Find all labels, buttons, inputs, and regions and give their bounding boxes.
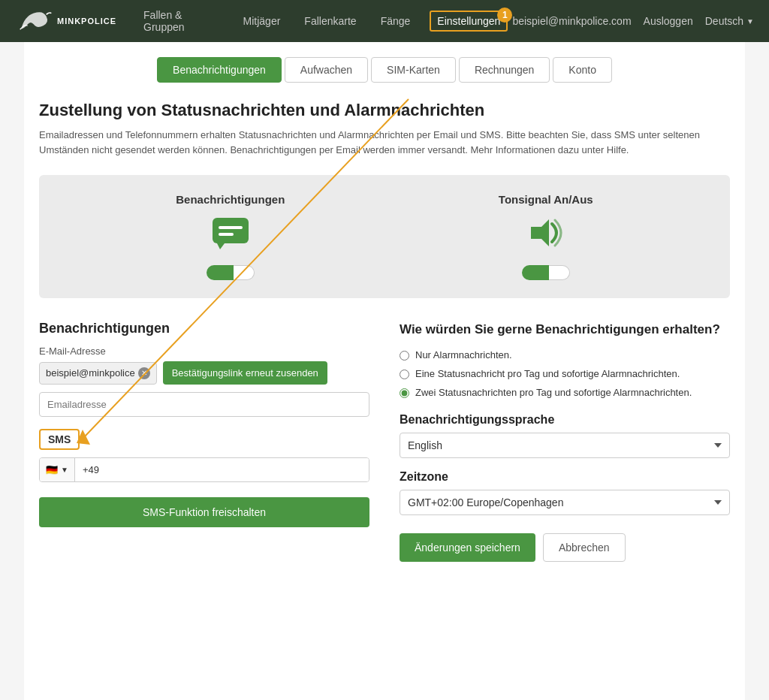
toggle-sound-on-part[interactable] [522, 265, 549, 280]
existing-email-text: beispiel@minkpolice [46, 367, 135, 379]
right-column: Wie würden Sie gerne Benachrichtigungen … [400, 321, 730, 562]
logo: MINKPOLICE [15, 6, 116, 36]
preferences-question: Wie würden Sie gerne Benachrichtigungen … [400, 321, 730, 339]
radio-option-2[interactable]: Eine Statusnachricht pro Tag und soforti… [400, 368, 730, 379]
tab-benachrichtigungen[interactable]: Benachrichtigungen [157, 57, 282, 83]
sms-label: SMS [39, 429, 80, 450]
toggle-notifications-switch[interactable] [207, 265, 255, 280]
svg-marker-3 [217, 243, 225, 249]
nav-faenge[interactable]: Fänge [376, 12, 415, 30]
tab-rechnungen[interactable]: Rechnungen [459, 57, 550, 83]
nav-email: beispiel@minkpolice.com [512, 15, 631, 27]
toggle-notifications-label: Benachrichtigungen [176, 193, 285, 206]
nav-links: Fallen & Gruppen Mitjäger Fallenkarte Fä… [139, 6, 512, 36]
timezone-select[interactable]: GMT+02:00 Europe/Copenhagen GMT+01:00 Eu… [400, 490, 730, 515]
timezone-select-label: Zeitzone [400, 470, 730, 484]
radio-option-1[interactable]: Nur Alarmnachrichten. [400, 349, 730, 361]
phone-flag: 🇩🇪 ▼ [40, 458, 75, 481]
email-input[interactable] [39, 392, 369, 417]
toggle-sound-off-part[interactable] [549, 265, 570, 280]
toggle-sound-switch[interactable] [522, 265, 570, 280]
chat-icon [211, 216, 250, 255]
svg-rect-1 [219, 226, 243, 229]
radio-label-2: Eine Statusnachricht pro Tag und soforti… [415, 368, 680, 379]
lang-select-label: Benachrichtigungssprache [400, 413, 730, 427]
radio-option-3[interactable]: Zwei Statusnachrichten pro Tag und sofor… [400, 387, 730, 398]
page-description: Emailadressen und Telefonnummern erhalte… [39, 128, 730, 157]
radio-input-2[interactable] [400, 370, 409, 379]
toggle-off-part[interactable] [234, 265, 255, 280]
toggle-on-part[interactable] [207, 265, 234, 280]
main-section: Benachrichtigungen E-Mail-Adresse beispi… [39, 321, 730, 562]
tab-konto[interactable]: Konto [553, 57, 612, 83]
nav-lang[interactable]: Deutsch ▼ [705, 15, 754, 27]
toggle-sound: Tonsignal An/Aus [499, 193, 593, 280]
save-button[interactable]: Änderungen speichern [400, 533, 535, 562]
nav-mitjaeger[interactable]: Mitjäger [239, 12, 285, 30]
toggle-notifications: Benachrichtigungen [176, 193, 285, 280]
svg-rect-2 [219, 233, 234, 236]
flag-de-icon: 🇩🇪 [46, 464, 58, 475]
action-buttons: Änderungen speichern Abbrechen [400, 533, 730, 562]
email-label: E-Mail-Adresse [39, 345, 369, 357]
remove-email-button[interactable]: ✕ [138, 367, 150, 379]
sms-section: SMS 🇩🇪 ▼ SMS-Funktion freischalten [39, 429, 369, 527]
sms-unlock-button[interactable]: SMS-Funktion freischalten [39, 497, 369, 527]
svg-marker-4 [531, 219, 549, 246]
nav-logout[interactable]: Ausloggen [644, 15, 693, 27]
radio-input-3[interactable] [400, 388, 409, 398]
existing-email-tag: beispiel@minkpolice ✕ [39, 362, 157, 385]
resend-button[interactable]: Bestätigungslink erneut zusenden [163, 361, 327, 385]
radio-label-1: Nur Alarmnachrichten. [415, 349, 512, 361]
page-title: Zustellung von Statusnachrichten und Ala… [39, 101, 730, 120]
logo-text: MINKPOLICE [57, 17, 116, 26]
chevron-down-icon: ▼ [746, 17, 754, 26]
phone-row: 🇩🇪 ▼ [39, 457, 369, 482]
notifications-section-title: Benachrichtigungen [39, 321, 369, 336]
nav-badge: 1 [497, 8, 512, 23]
tab-aufwachen[interactable]: Aufwachen [285, 57, 368, 83]
left-column: Benachrichtigungen E-Mail-Adresse beispi… [39, 321, 369, 562]
toggle-section: Benachrichtigungen Tonsignal An/Aus [39, 175, 730, 298]
speaker-icon [526, 216, 565, 255]
nav-fallenkarte[interactable]: Fallenkarte [300, 12, 360, 30]
navbar: MINKPOLICE Fallen & Gruppen Mitjäger Fal… [0, 0, 769, 42]
radio-label-3: Zwei Statusnachrichten pro Tag und sofor… [415, 387, 692, 398]
flag-dropdown-icon: ▼ [61, 466, 68, 474]
tabs-bar: Benachrichtigungen Aufwachen SIM-Karten … [39, 57, 730, 83]
nav-right: beispiel@minkpolice.com Ausloggen Deutsc… [512, 15, 754, 27]
cancel-button[interactable]: Abbrechen [543, 533, 626, 562]
nav-fallen[interactable]: Fallen & Gruppen [139, 6, 224, 36]
phone-input[interactable] [75, 458, 369, 481]
lang-select[interactable]: English Deutsch Français [400, 433, 730, 458]
radio-group: Nur Alarmnachrichten. Eine Statusnachric… [400, 349, 730, 398]
page-content: Benachrichtigungen Aufwachen SIM-Karten … [24, 42, 745, 700]
nav-einstellungen[interactable]: Einstellungen [430, 11, 508, 32]
svg-rect-0 [213, 218, 249, 243]
tab-sim-karten[interactable]: SIM-Karten [371, 57, 456, 83]
radio-input-1[interactable] [400, 351, 409, 361]
email-row: beispiel@minkpolice ✕ Bestätigungslink e… [39, 361, 369, 385]
toggle-sound-label: Tonsignal An/Aus [499, 193, 593, 206]
